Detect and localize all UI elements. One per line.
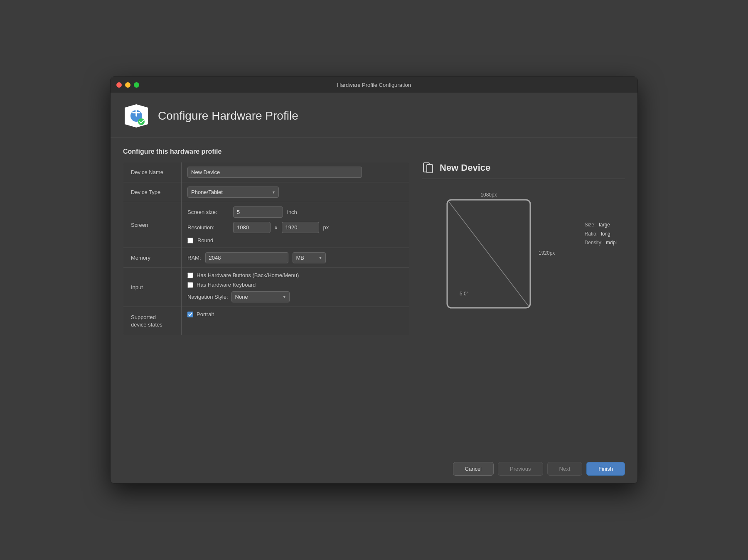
nav-style-select-wrapper: None Three Button Gesture Navigation — [231, 291, 290, 302]
close-button[interactable] — [116, 82, 122, 88]
ram-unit-select-wrapper: MB GB — [293, 252, 326, 263]
screen-label: Screen — [123, 202, 182, 248]
preview-panel: New Device 1080px 1920px 5.0" — [410, 162, 625, 454]
main-content: Device Name Device Type Phone/Tablet Tab… — [111, 162, 637, 454]
titlebar: Hardware Profile Configuration — [111, 77, 637, 93]
round-label: Round — [197, 237, 213, 243]
maximize-button[interactable] — [134, 82, 139, 88]
input-label: Input — [123, 268, 182, 307]
screen-size-label: Screen size: — [187, 209, 229, 215]
portrait-checkbox[interactable] — [187, 312, 193, 317]
device-type-row: Device Type Phone/Tablet Tablet Wear OS … — [123, 182, 410, 202]
svg-text:1080px: 1080px — [480, 192, 497, 198]
finish-button[interactable]: Finish — [586, 462, 625, 476]
config-form: Device Name Device Type Phone/Tablet Tab… — [123, 162, 410, 336]
minimize-button[interactable] — [125, 82, 130, 88]
ratio-stat: Ratio: long — [585, 230, 617, 239]
preview-device-icon — [422, 162, 434, 174]
form-panel: Device Name Device Type Phone/Tablet Tab… — [123, 162, 410, 454]
screen-size-unit: inch — [287, 209, 297, 215]
input-value-cell: Has Hardware Buttons (Back/Home/Menu) Ha… — [182, 268, 410, 307]
memory-row: Memory RAM: MB GB — [123, 248, 410, 268]
previous-button[interactable]: Previous — [498, 462, 543, 476]
supported-states-row: Supporteddevice states Portrait — [123, 307, 410, 336]
phone-diagram-svg: 1080px 1920px 5.0" — [422, 187, 637, 320]
supported-states-label: Supporteddevice states — [123, 307, 182, 336]
input-row: Input Has Hardware Buttons (Back/Home/Me… — [123, 268, 410, 307]
page-title: Configure Hardware Profile — [158, 109, 298, 123]
nav-style-row: Navigation Style: None Three Button Gest… — [187, 291, 404, 302]
svg-point-2 — [138, 118, 145, 125]
svg-rect-4 — [427, 165, 433, 173]
portrait-label: Portrait — [197, 311, 214, 317]
cancel-button[interactable]: Cancel — [453, 462, 494, 476]
svg-text:5.0": 5.0" — [460, 291, 468, 297]
density-key: Density: — [585, 238, 603, 248]
hardware-keyboard-label: Has Hardware Keyboard — [197, 282, 256, 288]
hardware-buttons-label: Has Hardware Buttons (Back/Home/Menu) — [197, 272, 299, 278]
screen-size-row: Screen size: inch — [187, 206, 404, 218]
main-window: Hardware Profile Configuration Configure… — [110, 76, 638, 484]
nav-style-label: Navigation Style: — [187, 294, 228, 300]
ratio-key: Ratio: — [585, 230, 598, 239]
screen-row: Screen Screen size: inch Resolution: x — [123, 202, 410, 248]
device-name-label: Device Name — [123, 162, 182, 182]
device-type-label: Device Type — [123, 182, 182, 202]
size-key: Size: — [585, 221, 596, 230]
density-stat: Density: mdpi — [585, 238, 617, 248]
portrait-row: Portrait — [187, 311, 404, 317]
window-title: Hardware Profile Configuration — [337, 82, 411, 88]
device-type-select[interactable]: Phone/Tablet Tablet Wear OS Desktop TV A… — [187, 187, 279, 198]
resolution-unit: px — [323, 224, 329, 231]
device-type-value-cell: Phone/Tablet Tablet Wear OS Desktop TV A… — [182, 182, 410, 202]
resolution-row: Resolution: x px — [187, 222, 404, 233]
screen-size-input[interactable] — [233, 206, 283, 218]
resolution-label: Resolution: — [187, 224, 229, 231]
preview-device-name: New Device — [440, 162, 490, 173]
hardware-buttons-row: Has Hardware Buttons (Back/Home/Menu) — [187, 272, 404, 278]
ram-unit-select[interactable]: MB GB — [293, 252, 326, 263]
app-icon — [123, 103, 150, 129]
hardware-buttons-checkbox[interactable] — [187, 273, 193, 278]
page-subtitle: Configure this hardware profile — [111, 138, 637, 162]
nav-style-select[interactable]: None Three Button Gesture Navigation — [231, 291, 290, 302]
ram-row: RAM: MB GB — [187, 252, 404, 263]
bottom-bar: Cancel Previous Next Finish — [111, 454, 637, 483]
preview-stats: Size: large Ratio: long Density: mdpi — [585, 221, 617, 248]
size-stat: Size: large — [585, 221, 617, 230]
round-checkbox[interactable] — [187, 238, 193, 243]
ratio-value: long — [601, 230, 610, 239]
device-name-value-cell — [182, 162, 410, 182]
preview-header: New Device — [422, 162, 625, 179]
app-header: Configure Hardware Profile — [111, 93, 637, 138]
memory-value-cell: RAM: MB GB — [182, 248, 410, 268]
size-value: large — [599, 221, 610, 230]
density-value: mdpi — [606, 238, 617, 248]
preview-diagram: 1080px 1920px 5.0" Size: large Ratio: lo… — [422, 187, 625, 454]
resolution-sep: x — [275, 224, 278, 231]
hardware-keyboard-row: Has Hardware Keyboard — [187, 282, 404, 288]
hardware-keyboard-checkbox[interactable] — [187, 282, 193, 288]
screen-value-cell: Screen size: inch Resolution: x px — [182, 202, 410, 248]
round-row: Round — [187, 237, 404, 243]
supported-states-value-cell: Portrait — [182, 307, 410, 336]
resolution-y-input[interactable] — [282, 222, 319, 233]
device-name-row: Device Name — [123, 162, 410, 182]
ram-input[interactable] — [205, 252, 288, 263]
resolution-x-input[interactable] — [233, 222, 271, 233]
traffic-lights — [116, 82, 139, 88]
device-type-select-wrapper: Phone/Tablet Tablet Wear OS Desktop TV A… — [187, 187, 279, 198]
memory-label: Memory — [123, 248, 182, 268]
device-name-input[interactable] — [187, 167, 362, 178]
next-button[interactable]: Next — [547, 462, 583, 476]
svg-text:1920px: 1920px — [539, 250, 555, 256]
ram-label: RAM: — [187, 255, 201, 261]
